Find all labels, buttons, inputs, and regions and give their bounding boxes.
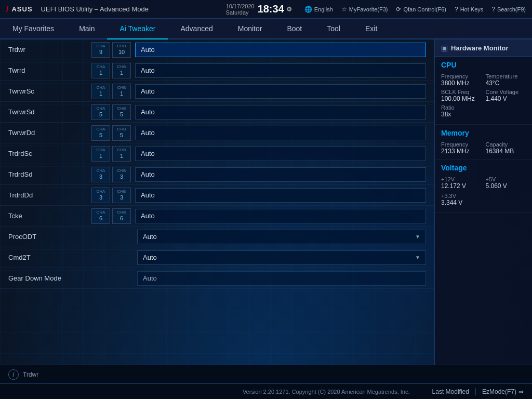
value-twrwrdd[interactable]: Auto (135, 126, 426, 140)
myfavorite-button[interactable]: ☆ MyFavorite(F3) (341, 6, 388, 13)
value-twrrd[interactable]: Auto (135, 63, 426, 78)
chb-badge-twrwrsd: CHB 5 (112, 104, 131, 120)
info-bar: i Trdwr (0, 365, 532, 383)
setting-name-twrwrsd: TwrwrSd (8, 108, 91, 116)
setting-name-trdrddd: TrdrdDd (8, 191, 91, 199)
channels-twrrd: CHA 1 CHB 1 (91, 63, 131, 78)
star-icon: ☆ (341, 6, 347, 13)
chb-badge-twrwrsc: CHB 1 (112, 84, 131, 99)
asus-brand: ASUS (11, 5, 32, 13)
setting-trdwr: Trdwr CHA 9 CHB 10 Auto (0, 39, 434, 60)
chb-badge-twrwrdd: CHB 5 (112, 125, 131, 141)
hw-monitor-header: ▣ Hardware Monitor (435, 39, 532, 57)
channels-twrwrdd: CHA 5 CHB 5 (91, 125, 131, 141)
setting-twrwrdd: TwrwrDd CHA 5 CHB 5 Auto (0, 123, 434, 143)
memory-section: Memory Frequency 2133 MHz Capacity 16384… (435, 125, 532, 159)
nav-monitor[interactable]: Monitor (225, 19, 275, 39)
value-procodt[interactable]: Auto ▼ (137, 230, 426, 244)
cha-badge-twrwrsd: CHA 5 (91, 104, 110, 120)
setting-twrwrsd: TwrwrSd CHA 5 CHB 5 Auto (0, 102, 434, 123)
bios-date: 10/17/2020 Saturday (226, 3, 255, 16)
footer-right: Last Modified EzMode(F7) ⇒ (432, 388, 524, 395)
value-trdrdsc[interactable]: Auto (135, 147, 426, 161)
channels-trdrdsc: CHA 1 CHB 1 (91, 146, 131, 162)
cpu-title: CPU (441, 61, 526, 69)
setting-trdrdsc: TrdrdSc CHA 1 CHB 1 Auto (0, 143, 434, 164)
globe-icon: 🌐 (304, 6, 312, 13)
cha-badge-trdrdsd: CHA 3 (91, 167, 110, 182)
cpu-ratio: Ratio 38x (441, 104, 526, 118)
hardware-monitor: ▣ Hardware Monitor CPU Frequency 3800 MH… (434, 39, 532, 365)
bios-header: / ASUS UEFI BIOS Utility – Advanced Mode… (0, 0, 532, 19)
setting-name-twrwrdd: TwrwrDd (8, 129, 91, 137)
chb-badge-trdrdsc: CHB 1 (112, 146, 131, 162)
cpu-freq-label: Frequency 3800 MHz (441, 73, 482, 87)
asus-slash: / (6, 5, 8, 14)
value-trdrddd[interactable]: Auto (135, 188, 426, 203)
v5: +5V 5.060 V (486, 176, 526, 190)
nav-advanced[interactable]: Advanced (168, 19, 225, 39)
setting-name-procodt: ProcODT (8, 233, 91, 241)
help-icon: ? (455, 6, 458, 13)
setting-gear-down-mode: Gear Down Mode Auto (0, 268, 434, 289)
bios-time: 18:34 ⚙ (258, 3, 292, 15)
hotkeys-button[interactable]: ? Hot Keys (455, 6, 483, 13)
last-modified: Last Modified (432, 388, 476, 395)
channels-trdwr: CHA 9 CHB 10 (91, 42, 131, 58)
value-twrwrsd[interactable]: Auto (135, 105, 426, 119)
nav-my-favorites[interactable]: My Favorites (0, 19, 66, 39)
english-button[interactable]: 🌐 English (304, 6, 333, 13)
cha-badge-trdwr: CHA 9 (91, 42, 110, 58)
setting-name-gear-down: Gear Down Mode (8, 274, 91, 282)
search-button[interactable]: ? Search(F9) (491, 6, 526, 13)
setting-name-trdrdsc: TrdrdSc (8, 150, 91, 157)
voltage-title: Voltage (441, 164, 526, 172)
setting-name-twrwrsc: TwrwrSc (8, 87, 91, 95)
v12: +12V 12.172 V (441, 176, 482, 190)
channels-twrwrsd: CHA 5 CHB 5 (91, 104, 131, 120)
nav-boot[interactable]: Boot (274, 19, 314, 39)
qfan-button[interactable]: ⟳ Qfan Control(F6) (396, 6, 446, 13)
setting-name-cmd2t: Cmd2T (8, 254, 91, 261)
cha-badge-twrwrsc: CHA 1 (91, 84, 110, 99)
value-trdwr[interactable]: Auto (135, 43, 426, 57)
channels-tcke: CHA 6 CHB 6 (91, 208, 131, 224)
value-trdrdsd[interactable]: Auto (135, 167, 426, 182)
setting-name-trdrdsd: TrdrdSd (8, 170, 91, 178)
ezmode-button[interactable]: EzMode(F7) ⇒ (476, 388, 524, 395)
arrow-icon: ⇒ (518, 388, 524, 395)
v33: +3.3V 3.344 V (441, 193, 526, 206)
cha-badge-trdrddd: CHA 3 (91, 188, 110, 203)
value-cmd2t[interactable]: Auto ▼ (137, 250, 426, 265)
setting-procodt: ProcODT Auto ▼ (0, 227, 434, 247)
mem-capacity: Capacity 16384 MB (486, 141, 526, 155)
setting-trdrddd: TrdrdDd CHA 3 CHB 3 Auto (0, 185, 434, 206)
nav-exit[interactable]: Exit (353, 19, 390, 39)
cha-badge-tcke: CHA 6 (91, 208, 110, 224)
mem-freq: Frequency 2133 MHz (441, 141, 482, 155)
setting-cmd2t: Cmd2T Auto ▼ (0, 247, 434, 268)
cha-badge-trdrdsc: CHA 1 (91, 146, 110, 162)
fan-icon: ⟳ (396, 6, 401, 13)
value-tcke[interactable]: Auto (135, 209, 426, 223)
value-twrwrsc[interactable]: Auto (135, 84, 426, 99)
channels-trdrddd: CHA 3 CHB 3 (91, 188, 131, 203)
settings-icon[interactable]: ⚙ (286, 6, 292, 13)
setting-name-trdwr: Trdwr (8, 46, 91, 54)
setting-trdrdsd: TrdrdSd CHA 3 CHB 3 Auto (0, 164, 434, 185)
bios-title: UEFI BIOS Utility – Advanced Mode (41, 5, 222, 13)
info-icon: i (8, 369, 19, 380)
footer: Version 2.20.1271. Copyright (C) 2020 Am… (0, 383, 532, 399)
memory-title: Memory (441, 129, 526, 137)
cpu-bclk-label: BCLK Freq 100.00 MHz (441, 89, 482, 102)
chb-badge-trdrddd: CHB 3 (112, 188, 131, 203)
dropdown-arrow-cmd2t: ▼ (415, 255, 420, 260)
nav-tool[interactable]: Tool (314, 19, 353, 39)
nav-ai-tweaker[interactable]: Ai Tweaker (107, 19, 168, 39)
value-gear-down[interactable]: Auto (137, 271, 426, 286)
setting-twrwrsc: TwrwrSc CHA 1 CHB 1 Auto (0, 81, 434, 102)
hw-monitor-title: Hardware Monitor (451, 44, 509, 52)
nav-main[interactable]: Main (66, 19, 107, 39)
setting-twrrd: Twrrd CHA 1 CHB 1 Auto (0, 60, 434, 81)
header-controls: 🌐 English ☆ MyFavorite(F3) ⟳ Qfan Contro… (304, 6, 526, 13)
